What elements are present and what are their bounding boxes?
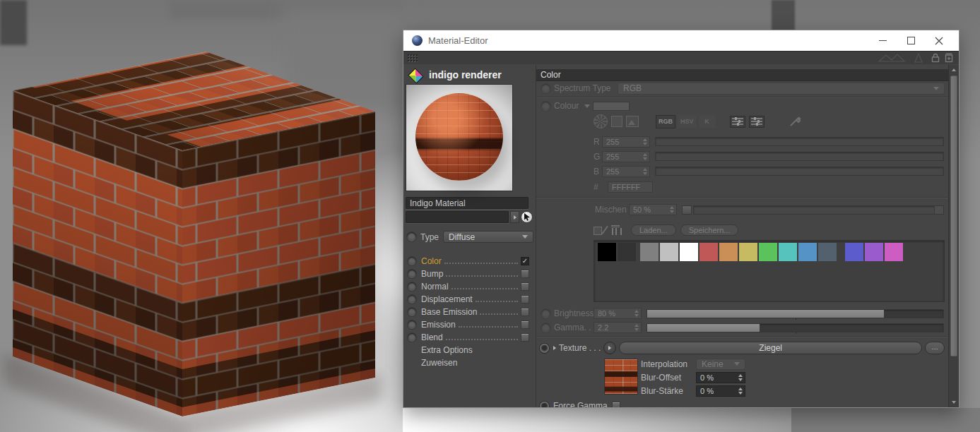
minimize-button[interactable] xyxy=(868,30,897,51)
vertical-scrollbar[interactable] xyxy=(948,65,959,407)
arrow-right-icon xyxy=(608,346,611,350)
shader-input[interactable] xyxy=(406,211,509,223)
channel-knob[interactable] xyxy=(408,295,416,304)
sliders-icon xyxy=(730,116,745,128)
mix-spinner: 50 % xyxy=(629,204,677,215)
channel-row-emission[interactable]: Emission xyxy=(405,318,534,331)
mix-value: 50 % xyxy=(633,205,670,214)
channel-checkbox-bump[interactable] xyxy=(521,270,529,278)
lock-icon[interactable] xyxy=(931,53,940,63)
channel-checkbox-base-emission[interactable] xyxy=(521,308,529,316)
color-image-icon xyxy=(626,116,639,127)
blur-strength-spinner[interactable]: 0 % xyxy=(696,385,745,397)
extra-options-label: Extra Options xyxy=(421,345,473,355)
pipette-icon xyxy=(789,115,803,128)
chevron-down-icon xyxy=(522,235,528,239)
rgb-label-r: R xyxy=(594,137,602,147)
channel-knob[interactable] xyxy=(408,308,416,316)
channel-label-normal: Normal xyxy=(421,282,449,292)
picker-button[interactable] xyxy=(521,211,533,223)
type-dropdown[interactable]: Diffuse xyxy=(443,231,533,243)
backdrop-floor-right xyxy=(791,408,980,432)
material-preview[interactable] xyxy=(406,84,513,191)
cursor-icon xyxy=(524,213,531,221)
channel-checkbox-blend[interactable] xyxy=(521,333,529,342)
channel-checkbox-emission[interactable] xyxy=(521,320,529,329)
save-button: Speichern... xyxy=(680,224,739,236)
channel-label-displacement: Displacement xyxy=(421,294,473,304)
gamma-spinner: 2.2 xyxy=(594,322,642,333)
rgb-row-r: R255 xyxy=(536,134,948,149)
channel-checkbox-normal[interactable] xyxy=(521,282,529,291)
texture-play-button[interactable] xyxy=(603,342,616,354)
material-name-input[interactable] xyxy=(406,197,529,209)
scroll-down-button[interactable] xyxy=(949,397,959,407)
force-gamma-knob[interactable] xyxy=(540,402,549,408)
color-wheel-icon xyxy=(594,114,608,128)
spectrum-type-label: Spectrum Type xyxy=(554,83,618,93)
toolbar xyxy=(403,51,959,64)
blur-offset-spinner[interactable]: 0 % xyxy=(696,372,745,383)
color-box-icon xyxy=(611,116,622,127)
trash-icon xyxy=(610,225,620,236)
texture-thumbnail[interactable] xyxy=(604,359,638,395)
titlebar[interactable]: Material-Editor xyxy=(403,30,959,51)
channel-knob[interactable] xyxy=(408,320,416,329)
channel-knob[interactable] xyxy=(408,270,416,278)
channel-row-blend[interactable]: Blend xyxy=(405,331,534,344)
sidebar-item-extra-options[interactable]: Extra Options xyxy=(405,344,534,356)
brand-name: indigo renderer xyxy=(429,69,502,80)
shader-expand-button[interactable] xyxy=(510,211,519,223)
channel-row-normal[interactable]: Normal xyxy=(405,280,534,293)
type-knob[interactable] xyxy=(407,232,416,241)
dotted-leader xyxy=(459,326,518,328)
rgb-row-g: G255 xyxy=(536,149,948,164)
left-panel: indigo renderer Type Diff xyxy=(403,65,536,407)
texture-subpanel: Interpolation Keine Blur-Offset 0 % xyxy=(536,357,948,398)
palette-swatch xyxy=(759,243,777,261)
channel-knob[interactable] xyxy=(408,333,416,342)
slider-tick xyxy=(796,318,796,320)
pin-plus-icon[interactable] xyxy=(945,53,953,63)
channel-row-color[interactable]: Color✓ xyxy=(405,255,534,268)
force-gamma-checkbox[interactable] xyxy=(612,402,620,407)
texture-browse-button[interactable]: ... xyxy=(925,342,945,354)
scrollbar-track[interactable] xyxy=(950,75,957,397)
scroll-up-button[interactable] xyxy=(949,65,959,75)
mix-slider-handle xyxy=(682,205,692,215)
channel-knob[interactable] xyxy=(408,282,416,291)
palette-swatch xyxy=(885,243,903,261)
channel-knob[interactable] xyxy=(408,257,416,265)
palette-box xyxy=(594,240,945,302)
cube-face-right xyxy=(182,112,375,416)
texture-name-button[interactable]: Ziegel xyxy=(619,342,922,354)
channel-row-bump[interactable]: Bump xyxy=(405,268,534,280)
ghost-tool-icon xyxy=(913,53,924,63)
gamma-label: Gamma. . . xyxy=(554,323,594,332)
texture-expander-icon[interactable] xyxy=(553,346,556,350)
maximize-button[interactable] xyxy=(897,30,925,51)
scrollbar-thumb[interactable] xyxy=(950,76,957,356)
mix-label: Mischen xyxy=(595,205,629,215)
grip-handle-icon[interactable] xyxy=(407,54,418,62)
palette-swatch xyxy=(640,243,659,261)
channel-checkbox-color[interactable]: ✓ xyxy=(521,257,529,265)
channel-checkbox-displacement[interactable] xyxy=(521,295,529,304)
minimize-icon xyxy=(879,40,887,41)
brightness-value: 80 % xyxy=(598,309,634,318)
palette-actions-row: Laden... Speichern... xyxy=(536,222,948,238)
channel-row-displacement[interactable]: Displacement xyxy=(405,293,534,306)
rgb-spinner-g: 255 xyxy=(602,151,650,162)
close-button[interactable] xyxy=(925,30,953,51)
channel-label-bump: Bump xyxy=(421,269,443,279)
texture-knob[interactable] xyxy=(540,344,549,353)
channel-row-base-emission[interactable]: Base Emission xyxy=(405,306,534,318)
separator xyxy=(536,336,948,337)
ghost-render-icon xyxy=(878,53,906,63)
force-gamma-label: Force Gamma xyxy=(553,401,608,407)
sidebar-item-zuweisen[interactable]: Zuweisen xyxy=(405,356,534,369)
interpolation-label: Interpolation xyxy=(641,359,696,369)
material-editor-window: Material-Editor indigo renderer xyxy=(403,30,960,408)
indigo-logo-icon xyxy=(408,68,423,82)
mode-button-k: K xyxy=(699,115,716,128)
